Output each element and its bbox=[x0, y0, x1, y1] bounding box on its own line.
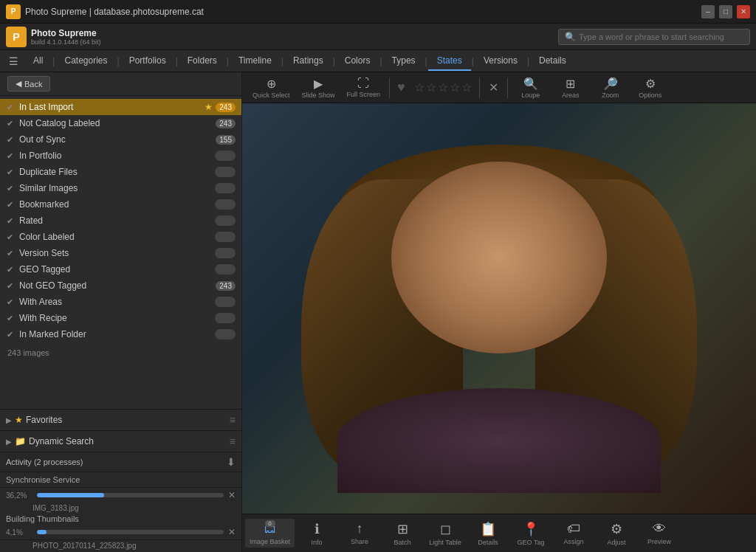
slide-show-label: Slide Show bbox=[302, 92, 335, 99]
heart-icon[interactable]: ♥ bbox=[397, 80, 405, 95]
toggle-switch[interactable] bbox=[215, 167, 236, 177]
list-item[interactable]: ✔ Not Catalog Labeled 243 bbox=[0, 115, 241, 131]
search-input[interactable] bbox=[579, 32, 741, 41]
share-button[interactable]: ↑ Share bbox=[339, 519, 380, 548]
slide-show-button[interactable]: ▶ Slide Show bbox=[298, 75, 340, 100]
nav-tab-versions[interactable]: Versions bbox=[475, 52, 526, 71]
favorites-row[interactable]: ▶ ★ Favorites ≡ bbox=[0, 410, 241, 431]
dynamic-search-row[interactable]: ▶ 📁 Dynamic Search ≡ bbox=[0, 431, 241, 452]
sync-label: Synchronise Service bbox=[6, 475, 80, 484]
toggle-switch[interactable] bbox=[215, 329, 236, 339]
portrait-face bbox=[319, 145, 678, 494]
version-text: build 4.1.0.1448 (64 bit) bbox=[31, 38, 101, 46]
star-rating: ☆ ☆ ☆ ☆ ☆ bbox=[414, 80, 472, 94]
activity-download-icon: ⬇ bbox=[227, 456, 236, 468]
toggle-switch[interactable] bbox=[215, 215, 236, 226]
nav-tab-categories[interactable]: Categories bbox=[55, 52, 116, 71]
reject-icon[interactable]: ✕ bbox=[484, 80, 503, 94]
list-item[interactable]: ✔ Version Sets bbox=[0, 245, 241, 261]
images-count: 243 images bbox=[0, 342, 241, 363]
toggle-switch[interactable] bbox=[215, 248, 236, 258]
list-item[interactable]: ✔ With Recipe bbox=[0, 310, 241, 326]
left-bottom: ▶ ★ Favorites ≡ ▶ 📁 Dynamic Search ≡ Act… bbox=[0, 409, 241, 552]
star-3[interactable]: ☆ bbox=[438, 80, 448, 94]
image-preview-area bbox=[242, 103, 756, 514]
details-button[interactable]: 📋 Details bbox=[467, 519, 509, 548]
zoom-button[interactable]: 🔎 Zoom bbox=[592, 75, 629, 100]
star-4[interactable]: ☆ bbox=[450, 80, 460, 94]
maximize-button[interactable]: □ bbox=[719, 5, 732, 18]
toggle-switch[interactable] bbox=[215, 151, 236, 161]
progress-cancel-1[interactable]: ✕ bbox=[228, 490, 236, 500]
states-list: ✔ In Last Import ★ 243 ✔ Not Catalog Lab… bbox=[0, 96, 241, 409]
toggle-switch[interactable] bbox=[215, 232, 236, 242]
nav-tab-states[interactable]: States bbox=[428, 52, 471, 71]
state-label: In Portfolio bbox=[19, 151, 215, 161]
list-item[interactable]: ✔ Similar Images bbox=[0, 180, 241, 196]
check-icon: ✔ bbox=[4, 329, 15, 339]
state-label: GEO Tagged bbox=[19, 264, 215, 275]
check-icon: ✔ bbox=[4, 215, 15, 226]
nav-tab-folders[interactable]: Folders bbox=[179, 52, 226, 71]
nav-tabs: ☰ All | Categories | Portfolios | Folder… bbox=[0, 50, 756, 72]
quick-select-button[interactable]: ⊕ Quick Select bbox=[248, 75, 295, 100]
toggle-switch[interactable] bbox=[215, 297, 236, 307]
adjust-button[interactable]: ⚙ Adjust bbox=[596, 519, 637, 548]
list-item[interactable]: ✔ Bookmarked bbox=[0, 196, 241, 213]
light-table-button[interactable]: ◻ Light Table bbox=[425, 519, 466, 548]
nav-tab-colors[interactable]: Colors bbox=[336, 52, 379, 71]
list-item[interactable]: ✔ Color Labeled bbox=[0, 229, 241, 245]
back-button[interactable]: ◀ Back bbox=[7, 76, 50, 92]
list-item[interactable]: ✔ GEO Tagged bbox=[0, 261, 241, 277]
file-name-2: PHOTO_20170114_225823.jpg bbox=[0, 540, 241, 552]
preview-button[interactable]: 👁 Preview bbox=[639, 519, 680, 548]
favorites-menu-icon[interactable]: ≡ bbox=[230, 414, 236, 426]
preview-label: Preview bbox=[647, 538, 671, 545]
list-item[interactable]: ✔ In Last Import ★ 243 bbox=[0, 99, 241, 115]
nav-tab-types[interactable]: Types bbox=[383, 52, 425, 71]
toggle-switch[interactable] bbox=[215, 264, 236, 275]
list-item[interactable]: ✔ Not GEO Tagged 243 bbox=[0, 277, 241, 294]
star-1[interactable]: ☆ bbox=[414, 80, 425, 94]
image-basket-button[interactable]: 0 🗂 Image Basket bbox=[245, 519, 295, 548]
batch-button[interactable]: ⊞ Batch bbox=[382, 519, 423, 548]
nav-tab-timeline[interactable]: Timeline bbox=[230, 52, 281, 71]
geo-tag-button[interactable]: 📍 GEO Tag bbox=[510, 519, 551, 548]
header-bar: P Photo Supreme build 4.1.0.1448 (64 bit… bbox=[0, 24, 756, 50]
toggle-switch[interactable] bbox=[215, 183, 236, 193]
star-5[interactable]: ☆ bbox=[461, 80, 472, 94]
list-item[interactable]: ✔ In Portfolio bbox=[0, 148, 241, 164]
nav-tab-portfolios[interactable]: Portfolios bbox=[120, 52, 175, 71]
options-button[interactable]: ⚙ Options bbox=[632, 75, 669, 100]
list-item[interactable]: ✔ In Marked Folder bbox=[0, 326, 241, 342]
info-button[interactable]: ℹ Info bbox=[296, 519, 337, 548]
check-icon: ✔ bbox=[4, 248, 15, 258]
hamburger-menu[interactable]: ☰ bbox=[9, 55, 18, 67]
assign-button[interactable]: 🏷 Assign bbox=[553, 519, 594, 548]
progress-cancel-2[interactable]: ✕ bbox=[228, 527, 236, 537]
check-icon: ✔ bbox=[4, 183, 15, 193]
areas-button[interactable]: ⊞ Areas bbox=[552, 75, 589, 100]
minimize-button[interactable]: – bbox=[701, 5, 715, 18]
list-item[interactable]: ✔ Duplicate Files bbox=[0, 164, 241, 180]
loupe-label: Loupe bbox=[521, 92, 540, 99]
search-box[interactable]: 🔍 bbox=[558, 29, 750, 45]
dynamic-menu-icon[interactable]: ≡ bbox=[230, 435, 236, 447]
zoom-icon: 🔎 bbox=[603, 77, 618, 91]
quick-select-icon: ⊕ bbox=[267, 77, 276, 91]
list-item[interactable]: ✔ With Areas bbox=[0, 294, 241, 310]
state-label: Rated bbox=[19, 215, 215, 226]
star-2[interactable]: ☆ bbox=[426, 80, 436, 94]
toggle-switch[interactable] bbox=[215, 313, 236, 323]
list-item[interactable]: ✔ Rated bbox=[0, 213, 241, 229]
list-item[interactable]: ✔ Out of Sync 155 bbox=[0, 131, 241, 148]
nav-tab-ratings[interactable]: Ratings bbox=[284, 52, 332, 71]
full-screen-button[interactable]: ⛶ Full Screen bbox=[343, 75, 385, 100]
toggle-switch[interactable] bbox=[215, 199, 236, 210]
nav-tab-all[interactable]: All bbox=[24, 52, 52, 71]
star-icon: ★ bbox=[205, 102, 213, 112]
image-basket-label: Image Basket bbox=[250, 538, 290, 545]
nav-tab-details[interactable]: Details bbox=[530, 52, 575, 71]
close-button[interactable]: ✕ bbox=[737, 5, 750, 18]
loupe-button[interactable]: 🔍 Loupe bbox=[512, 75, 549, 100]
